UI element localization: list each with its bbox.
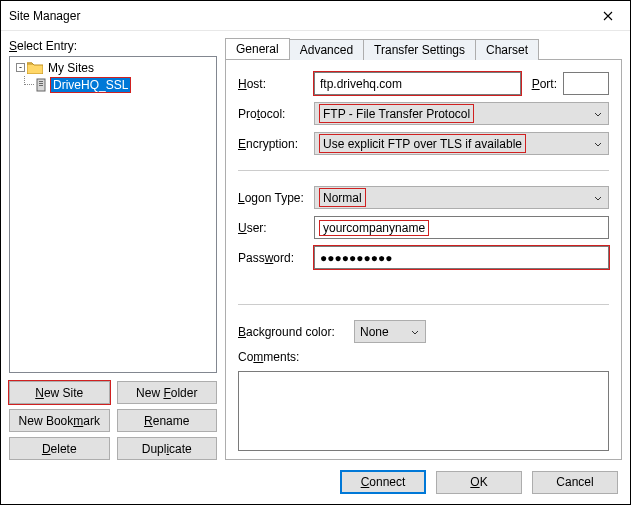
dialog-footer: Connect OK Cancel bbox=[1, 460, 630, 504]
bgcolor-label: Background color: bbox=[238, 325, 348, 339]
protocol-label: Protocol: bbox=[238, 107, 308, 121]
new-folder-button[interactable]: New Folder bbox=[117, 381, 218, 404]
new-site-button[interactable]: New Site bbox=[9, 381, 110, 404]
entry-buttons: New Site New Folder New Bookmark Rename … bbox=[9, 381, 217, 460]
port-label: Port: bbox=[527, 77, 557, 91]
host-input[interactable]: ftp.drivehq.com bbox=[314, 72, 521, 95]
tree-item-label: DriveHQ_SSL bbox=[51, 78, 130, 92]
connect-button[interactable]: Connect bbox=[340, 470, 426, 494]
rename-button[interactable]: Rename bbox=[117, 409, 218, 432]
password-input[interactable]: ●●●●●●●●●● bbox=[314, 246, 609, 269]
delete-button[interactable]: Delete bbox=[9, 437, 110, 460]
select-entry-label: Select Entry: bbox=[9, 39, 217, 53]
server-icon bbox=[34, 78, 48, 92]
tree-root-mysites[interactable]: - My Sites bbox=[12, 59, 214, 76]
user-label: User: bbox=[238, 221, 308, 235]
user-input[interactable]: yourcompanyname bbox=[314, 216, 609, 239]
tree-root-label: My Sites bbox=[46, 61, 96, 75]
comments-textarea[interactable] bbox=[238, 371, 609, 451]
divider bbox=[238, 170, 609, 171]
close-icon bbox=[603, 11, 613, 21]
tree-elbow-icon bbox=[16, 76, 34, 93]
ok-button[interactable]: OK bbox=[436, 471, 522, 494]
titlebar: Site Manager bbox=[1, 1, 630, 31]
tab-general[interactable]: General bbox=[225, 38, 290, 59]
tab-bar: General Advanced Transfer Settings Chars… bbox=[225, 37, 622, 59]
new-bookmark-button[interactable]: New Bookmark bbox=[9, 409, 110, 432]
right-panel: General Advanced Transfer Settings Chars… bbox=[225, 37, 622, 460]
tab-charset[interactable]: Charset bbox=[475, 39, 539, 60]
folder-icon bbox=[27, 61, 43, 74]
chevron-down-icon bbox=[594, 191, 602, 205]
encryption-label: Encryption: bbox=[238, 137, 308, 151]
comments-label: Comments: bbox=[238, 350, 609, 364]
collapse-icon[interactable]: - bbox=[16, 63, 25, 72]
left-panel: Select Entry: - My Sites DriveHQ_SSL bbox=[9, 37, 217, 460]
tab-transfer[interactable]: Transfer Settings bbox=[363, 39, 476, 60]
svg-rect-1 bbox=[39, 81, 43, 82]
protocol-select[interactable]: FTP - File Transfer Protocol bbox=[314, 102, 609, 125]
chevron-down-icon bbox=[594, 107, 602, 121]
bgcolor-select[interactable]: None bbox=[354, 320, 426, 343]
tree-item-drivehq[interactable]: DriveHQ_SSL bbox=[12, 76, 214, 93]
duplicate-button[interactable]: Duplicate bbox=[117, 437, 218, 460]
entry-tree[interactable]: - My Sites DriveHQ_SSL bbox=[9, 56, 217, 373]
close-button[interactable] bbox=[586, 1, 630, 31]
svg-rect-3 bbox=[39, 85, 43, 86]
svg-rect-2 bbox=[39, 83, 43, 84]
chevron-down-icon bbox=[411, 325, 419, 339]
chevron-down-icon bbox=[594, 137, 602, 151]
host-label: Host: bbox=[238, 77, 308, 91]
cancel-button[interactable]: Cancel bbox=[532, 471, 618, 494]
divider bbox=[238, 304, 609, 305]
password-label: Password: bbox=[238, 251, 308, 265]
site-manager-window: Site Manager Select Entry: - My Sites bbox=[0, 0, 631, 505]
logon-type-select[interactable]: Normal bbox=[314, 186, 609, 209]
tab-panel-general: Host: ftp.drivehq.com Port: Protocol: FT… bbox=[225, 59, 622, 460]
window-title: Site Manager bbox=[9, 9, 586, 23]
logon-type-label: Logon Type: bbox=[238, 191, 308, 205]
encryption-select[interactable]: Use explicit FTP over TLS if available bbox=[314, 132, 609, 155]
tab-advanced[interactable]: Advanced bbox=[289, 39, 364, 60]
port-input[interactable] bbox=[563, 72, 609, 95]
